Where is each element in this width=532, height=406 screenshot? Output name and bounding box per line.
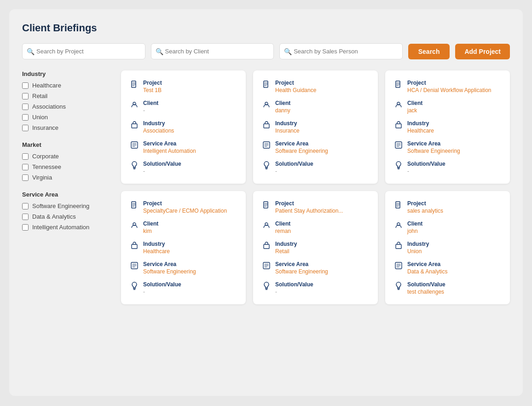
search-button[interactable]: Search: [408, 44, 450, 59]
card-4-project-field: Project Patient Stay Authorization...: [262, 200, 369, 214]
filter-item-healthcare[interactable]: Healthcare: [22, 82, 112, 89]
project-card-2[interactable]: Project HCA / Denial Workflow Applicatio…: [385, 70, 510, 184]
card-5-solution-value: test challenges: [407, 289, 445, 295]
filter-checkbox-healthcare[interactable]: [22, 82, 29, 89]
card-4-project-label: Project: [275, 200, 343, 207]
card-0-client-label: Client: [143, 100, 158, 106]
salesperson-search-wrap: 🔍: [279, 43, 403, 59]
card-0-service-value: Intelligent Automation: [143, 148, 196, 154]
card-5-project-value: sales analytics: [407, 208, 443, 214]
project-card-3[interactable]: Project SpecialtyCare / ECMO Application…: [121, 191, 246, 304]
solution-icon-5: [394, 282, 403, 290]
filter-checkbox-corporate[interactable]: [22, 153, 29, 160]
industry-filter-section: Industry Healthcare Retail Associations …: [22, 70, 112, 131]
project-search-wrap: 🔍: [22, 43, 145, 59]
card-5-solution-label: Solution/Value: [407, 281, 445, 288]
filter-checkbox-associations[interactable]: [22, 104, 29, 110]
add-project-button[interactable]: Add Project: [455, 44, 510, 59]
project-card-0[interactable]: Project Test 1B Client -: [121, 70, 246, 184]
card-4-industry-value: Retail: [275, 248, 297, 255]
card-2-solution-value: -: [407, 168, 445, 174]
service-area-filter-title: Service Area: [22, 191, 112, 198]
card-0-industry-field: Industry Associations: [130, 120, 237, 134]
card-1-project-value: Health Guidance: [275, 87, 316, 93]
card-2-industry-field: Industry Healthcare: [394, 120, 501, 134]
svg-rect-18: [264, 244, 269, 249]
solution-icon-3: [130, 282, 139, 290]
filter-checkbox-tennessee[interactable]: [22, 164, 29, 170]
filter-item-data-analytics[interactable]: Data & Analytics: [22, 213, 112, 220]
project-search-input[interactable]: [22, 43, 145, 59]
card-5-client-label: Client: [407, 220, 422, 227]
card-0-client-value: -: [143, 107, 158, 114]
card-1-service-label: Service Area: [275, 140, 328, 147]
filter-checkbox-union[interactable]: [22, 114, 29, 121]
card-5-solution-field: Solution/Value test challenges: [394, 281, 501, 295]
project-card-4[interactable]: Project Patient Stay Authorization... Cl…: [253, 191, 378, 304]
filter-checkbox-software-engineering[interactable]: [22, 203, 29, 209]
card-4-project-value: Patient Stay Authorization...: [275, 208, 343, 214]
filter-checkbox-insurance[interactable]: [22, 125, 29, 131]
card-0-solution-field: Solution/Value -: [130, 161, 237, 174]
filter-label-retail: Retail: [32, 93, 47, 99]
card-2-project-label: Project: [407, 80, 492, 86]
filter-item-associations[interactable]: Associations: [22, 103, 112, 110]
card-5-project-field: Project sales analytics: [394, 200, 501, 214]
card-1-service-field: Service Area Software Engineering: [262, 140, 369, 154]
project-card-1[interactable]: Project Health Guidance Client danny: [253, 70, 378, 184]
filter-label-virginia: Virginia: [32, 174, 52, 181]
filter-checkbox-data-analytics[interactable]: [22, 214, 29, 220]
filter-item-software-engineering[interactable]: Software Engineering: [22, 203, 112, 209]
filter-item-insurance[interactable]: Insurance: [22, 124, 112, 131]
service-icon-2: [394, 141, 403, 149]
card-2-service-label: Service Area: [407, 140, 460, 147]
card-4-service-field: Service Area Software Engineering: [262, 261, 369, 275]
card-1-service-value: Software Engineering: [275, 148, 328, 154]
service-icon-0: [130, 141, 139, 149]
card-4-service-label: Service Area: [275, 261, 328, 267]
service-icon-1: [262, 141, 271, 149]
filter-item-corporate[interactable]: Corporate: [22, 153, 112, 160]
project-search-icon: 🔍: [27, 48, 35, 55]
card-2-service-field: Service Area Software Engineering: [394, 140, 501, 154]
filter-checkbox-virginia[interactable]: [22, 174, 29, 181]
filter-checkbox-retail[interactable]: [22, 93, 29, 99]
salesperson-search-icon: 🔍: [284, 48, 292, 55]
solution-icon-4: [262, 282, 271, 290]
card-5-project-label: Project: [407, 200, 443, 207]
filter-label-tennessee: Tennessee: [32, 163, 61, 170]
card-4-solution-field: Solution/Value -: [262, 281, 369, 295]
card-5-industry-field: Industry Union: [394, 241, 501, 255]
card-4-client-field: Client reman: [262, 220, 369, 234]
card-3-project-label: Project: [143, 200, 227, 207]
client-search-input[interactable]: [151, 43, 274, 59]
salesperson-search-input[interactable]: [279, 43, 403, 59]
card-1-solution-field: Solution/Value -: [262, 161, 369, 174]
filter-item-retail[interactable]: Retail: [22, 93, 112, 99]
card-1-client-label: Client: [275, 100, 290, 106]
filter-item-tennessee[interactable]: Tennessee: [22, 163, 112, 170]
sidebar: Industry Healthcare Retail Associations …: [22, 70, 112, 304]
search-bar: 🔍 🔍 🔍 Search Add Project: [22, 43, 510, 59]
card-0-service-field: Service Area Intelligent Automation: [130, 140, 237, 154]
card-2-client-label: Client: [407, 100, 422, 106]
filter-checkbox-intelligent-automation[interactable]: [22, 224, 29, 231]
service-icon-5: [394, 261, 403, 270]
card-3-industry-field: Industry Healthcare: [130, 241, 237, 255]
card-4-service-value: Software Engineering: [275, 268, 328, 275]
filter-item-intelligent-automation[interactable]: Intelligent Automation: [22, 224, 112, 231]
card-3-client-field: Client kim: [130, 220, 237, 234]
card-1-industry-label: Industry: [275, 120, 300, 127]
filter-item-virginia[interactable]: Virginia: [22, 174, 112, 181]
document-icon-4: [262, 201, 271, 209]
project-card-5[interactable]: Project sales analytics Client john: [385, 191, 510, 304]
service-area-filter-section: Service Area Software Engineering Data &…: [22, 191, 112, 231]
card-2-project-value: HCA / Denial Workflow Application: [407, 87, 492, 93]
card-3-solution-label: Solution/Value: [143, 281, 181, 288]
card-3-service-field: Service Area Software Engineering: [130, 261, 237, 275]
card-0-project-value: Test 1B: [143, 87, 162, 93]
filter-item-union[interactable]: Union: [22, 114, 112, 121]
card-5-service-field: Service Area Data & Analytics: [394, 261, 501, 275]
filter-label-healthcare: Healthcare: [32, 82, 61, 89]
svg-rect-22: [396, 244, 401, 249]
